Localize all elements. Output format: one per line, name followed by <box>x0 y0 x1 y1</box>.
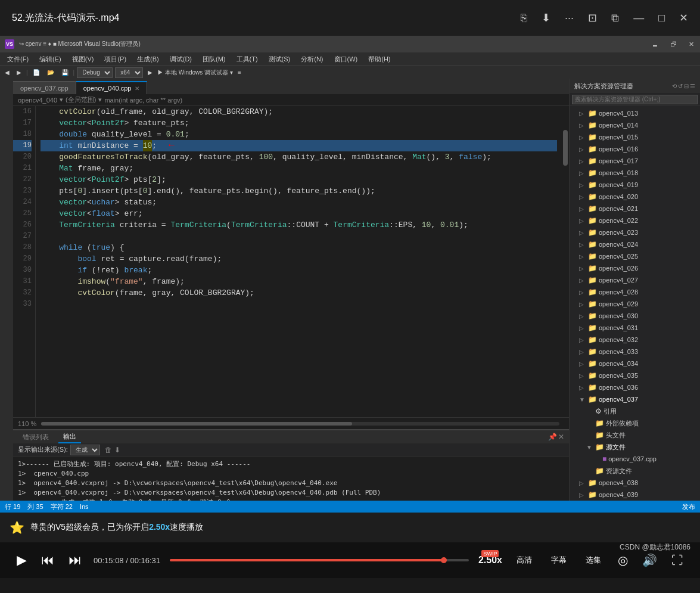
target-icon-button[interactable]: ◎ <box>615 551 630 570</box>
toolbar-new-btn[interactable]: 📄 <box>30 69 42 76</box>
tree-item-023[interactable]: ▷📁opencv4_023 <box>570 226 700 238</box>
tree-item-header[interactable]: 📁头文件 <box>570 429 700 441</box>
tree-item-038[interactable]: ▷📁opencv4_038 <box>570 477 700 489</box>
play-button[interactable]: ▶ <box>14 550 29 570</box>
tree-item-035[interactable]: ▷📁opencv4_035 <box>570 370 700 381</box>
tree-item-020[interactable]: ▷📁opencv4_020 <box>570 191 700 203</box>
solution-search-input[interactable] <box>572 95 698 104</box>
scrollbar-thumb[interactable] <box>563 130 568 166</box>
fullscreen-button[interactable]: ⛶ <box>669 551 686 570</box>
horizontal-scrollbar[interactable] <box>41 422 559 426</box>
output-clear-icon[interactable]: 🗑 <box>105 446 112 454</box>
download-icon[interactable]: ⬇ <box>542 11 550 24</box>
menu-debug[interactable]: 调试(D) <box>165 54 197 65</box>
toolbar-save-btn[interactable]: 💾 <box>59 69 71 76</box>
tree-item-014[interactable]: ▷📁opencv4_014 <box>570 119 700 131</box>
vs-minimize-btn[interactable]: 🗕 <box>646 39 664 49</box>
output-scroll-icon[interactable]: ⬇ <box>114 446 120 454</box>
status-post[interactable]: 发布 <box>682 502 695 511</box>
prev-button[interactable]: ⏮ <box>39 550 57 570</box>
maximize-icon[interactable]: □ <box>658 12 665 24</box>
breadcrumb-func[interactable]: main(int argc, char ** argv) <box>104 97 182 104</box>
vs-code-content[interactable]: cvtColor(old_frame, old_gray, COLOR_BGR2… <box>36 106 562 417</box>
tree-item-resource[interactable]: 📁资源文件 <box>570 465 700 477</box>
breadcrumb-project[interactable]: opencv4_040 <box>18 97 57 104</box>
rpanel-properties-icon[interactable]: ☰ <box>690 83 695 89</box>
tree-item-033[interactable]: ▷📁opencv4_033 <box>570 346 700 358</box>
tab-close-btn[interactable]: ✕ <box>135 85 139 92</box>
menu-team[interactable]: 团队(M) <box>198 54 231 65</box>
tree-item-ext-dep[interactable]: 📁外部依赖项 <box>570 417 700 429</box>
tree-item-016[interactable]: ▷📁opencv4_016 <box>570 143 700 155</box>
tree-item-024[interactable]: ▷📁opencv4_024 <box>570 238 700 250</box>
tree-item-031[interactable]: ▷📁opencv4_031 <box>570 322 700 334</box>
volume-button[interactable]: 🔊 <box>640 551 659 570</box>
next-button[interactable]: ⏭ <box>66 550 84 570</box>
tree-item-029[interactable]: ▷📁opencv4_029 <box>570 298 700 310</box>
tab-output[interactable]: 输出 <box>58 431 81 443</box>
tree-item-022[interactable]: ▷📁opencv4_022 <box>570 215 700 226</box>
rpanel-filter-icon[interactable]: ⊟ <box>684 83 689 89</box>
menu-analyze[interactable]: 分析(N) <box>296 54 328 65</box>
tree-item-027[interactable]: ▷📁opencv4_027 <box>570 274 700 286</box>
hscrollbar-thumb[interactable] <box>41 422 352 426</box>
toolbar-more-btn[interactable]: ≡ <box>235 69 244 76</box>
subtitle-button[interactable]: 字幕 <box>546 552 571 568</box>
rpanel-sync-icon[interactable]: ⟲ <box>672 83 677 89</box>
vs-restore-btn[interactable]: 🗗 <box>664 39 683 49</box>
minimize-icon[interactable]: — <box>633 12 644 24</box>
collection-button[interactable]: 选集 <box>581 552 606 568</box>
tree-item-013[interactable]: ▷📁opencv4_013 <box>570 107 700 119</box>
tab-opencv040[interactable]: opencv_040.cpp ✕ <box>76 81 148 94</box>
quality-button[interactable]: 高清 <box>512 552 537 568</box>
toolbar-back-btn[interactable]: ◀ <box>2 69 12 76</box>
tree-item-039[interactable]: ▷📁opencv4_039 <box>570 489 700 501</box>
run-btn[interactable]: ▶ <box>145 69 155 76</box>
menu-build[interactable]: 生成(B) <box>132 54 164 65</box>
progress-bar[interactable] <box>170 559 469 561</box>
tree-item-src[interactable]: ▼📁源文件 <box>570 441 700 453</box>
tree-item-037-cpp[interactable]: ■ opencv_037.cpp <box>570 453 700 465</box>
output-source-select[interactable]: 生成 <box>70 445 100 455</box>
speed-control[interactable]: SWIP 2.50x <box>478 555 502 566</box>
menu-view[interactable]: 视图(V) <box>67 54 99 65</box>
panel-close-icon[interactable]: ✕ <box>558 433 564 441</box>
tab-errors[interactable]: 错误列表 <box>18 431 54 443</box>
panel-pin-icon[interactable]: 📌 <box>548 433 557 441</box>
toolbar-open-btn[interactable]: 📂 <box>45 69 57 76</box>
tree-item-028[interactable]: ▷📁opencv4_028 <box>570 286 700 298</box>
menu-tools[interactable]: 工具(T) <box>232 54 263 65</box>
tree-item-032[interactable]: ▷📁opencv4_032 <box>570 334 700 346</box>
code-scrollbar[interactable] <box>562 106 569 417</box>
tree-item-018[interactable]: ▷📁opencv4_018 <box>570 167 700 179</box>
vs-close-btn[interactable]: ✕ <box>683 39 700 49</box>
shrink-icon[interactable]: ⧉ <box>611 12 619 24</box>
rpanel-refresh-icon[interactable]: ↺ <box>678 83 683 89</box>
menu-test[interactable]: 测试(S) <box>264 54 295 65</box>
share-icon[interactable]: ⎘ <box>521 12 527 24</box>
tree-item-019[interactable]: ▷📁opencv4_019 <box>570 179 700 191</box>
tree-item-037[interactable]: ▼📁opencv4_037 <box>570 393 700 405</box>
menu-edit[interactable]: 编辑(E) <box>35 54 66 65</box>
tree-item-034[interactable]: ▷📁opencv4_034 <box>570 358 700 370</box>
arch-select[interactable]: x64 <box>115 67 143 78</box>
toolbar-forward-btn[interactable]: ▶ <box>14 69 24 76</box>
breadcrumb-scope[interactable]: (全局范围) <box>66 95 96 104</box>
menu-window[interactable]: 窗口(W) <box>329 54 363 65</box>
tree-item-017[interactable]: ▷📁opencv4_017 <box>570 155 700 167</box>
tree-item-025[interactable]: ▷📁opencv4_025 <box>570 250 700 262</box>
close-icon[interactable]: ✕ <box>679 11 688 24</box>
more-icon[interactable]: ··· <box>565 12 574 24</box>
tree-item-021[interactable]: ▷📁opencv4_021 <box>570 203 700 215</box>
tree-item-036[interactable]: ▷📁opencv4_036 <box>570 381 700 393</box>
tree-item-015[interactable]: ▷📁opencv4_015 <box>570 131 700 143</box>
tree-item-030[interactable]: ▷📁opencv4_030 <box>570 310 700 322</box>
menu-file[interactable]: 文件(F) <box>2 54 33 65</box>
menu-help[interactable]: 帮助(H) <box>363 54 395 65</box>
pip-icon[interactable]: ⊡ <box>588 11 597 24</box>
debug-mode-select[interactable]: Debug <box>77 67 113 78</box>
tree-item-ref[interactable]: ⚙引用 <box>570 405 700 417</box>
tab-opencv037[interactable]: opencv_037.cpp <box>13 81 76 94</box>
zoom-level[interactable]: 110 % <box>18 420 36 427</box>
tree-item-026[interactable]: ▷📁opencv4_026 <box>570 262 700 274</box>
